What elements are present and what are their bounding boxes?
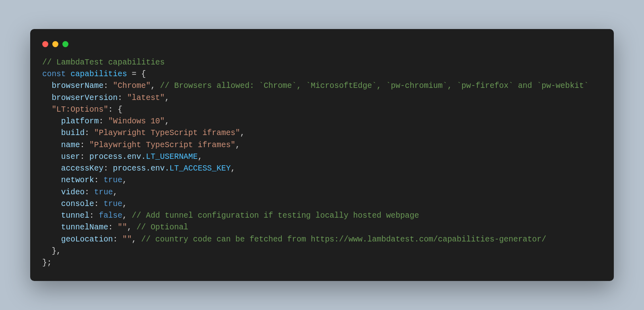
var-capabilities: capabilities bbox=[70, 70, 127, 79]
val-user-const: LT_USERNAME bbox=[146, 152, 198, 161]
comment-header: // LambdaTest capabilities bbox=[42, 58, 165, 67]
val-true: true bbox=[103, 176, 122, 185]
key-video: video bbox=[61, 188, 85, 197]
key-geoLocation: geoLocation bbox=[61, 235, 113, 244]
brace-close-outer: }; bbox=[42, 258, 52, 267]
val-name: "Playwright TypeScript iframes" bbox=[89, 141, 235, 150]
comment-tunnel: // Add tunnel configuration if testing l… bbox=[132, 211, 419, 220]
code-block: // LambdaTest capabilities const capabil… bbox=[42, 57, 602, 269]
key-accessKey: accessKey bbox=[61, 164, 103, 173]
key-tunnel: tunnel bbox=[61, 211, 89, 220]
key-name: name bbox=[61, 141, 80, 150]
minimize-icon[interactable] bbox=[52, 41, 58, 47]
keyword-const: const bbox=[42, 70, 66, 79]
close-icon[interactable] bbox=[42, 41, 48, 47]
val-accessKey-process: process.env. bbox=[113, 164, 169, 173]
val-false: false bbox=[99, 211, 122, 220]
key-browserVersion: browserVersion bbox=[52, 94, 118, 102]
key-console: console bbox=[61, 200, 94, 208]
key-platform: platform bbox=[61, 117, 99, 126]
val-platform: "Windows 10" bbox=[108, 117, 165, 126]
zoom-icon[interactable] bbox=[62, 41, 68, 47]
val-accessKey-const: LT_ACCESS_KEY bbox=[169, 164, 231, 173]
key-tunnelName: tunnelName bbox=[61, 223, 108, 232]
key-build: build bbox=[61, 129, 85, 137]
key-browserName: browserName bbox=[52, 81, 103, 90]
comment-browsers: // Browsers allowed: `Chrome`, `Microsof… bbox=[160, 81, 589, 90]
key-user: user bbox=[61, 152, 80, 161]
key-network: network bbox=[61, 176, 94, 185]
val-browserVersion: "latest" bbox=[127, 94, 165, 102]
val-build: "Playwright TypeScript iframes" bbox=[94, 129, 240, 137]
key-lt-options: "LT:Options" bbox=[52, 105, 108, 114]
comment-geo: // country code can be fetched from http… bbox=[141, 235, 546, 244]
code-window: // LambdaTest capabilities const capabil… bbox=[30, 29, 614, 281]
window-titlebar bbox=[42, 41, 602, 47]
comment-optional: // Optional bbox=[136, 223, 188, 232]
brace-close-inner: }, bbox=[42, 247, 61, 256]
val-user-process: process.env. bbox=[89, 152, 146, 161]
val-empty: "" bbox=[118, 223, 127, 232]
val-browserName: "Chrome" bbox=[113, 81, 151, 90]
